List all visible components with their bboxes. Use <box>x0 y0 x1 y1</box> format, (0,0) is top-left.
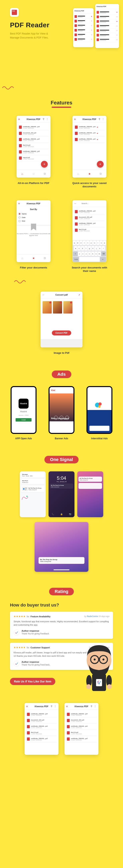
feature-caption: Filter your documents <box>20 266 47 270</box>
camera-icon[interactable]: 📷 <box>69 513 71 515</box>
search-input[interactable] <box>81 203 97 205</box>
author-badge-icon <box>14 630 20 636</box>
doc-row[interactable]: document_281.pdf1.2 MB • 10/01/2025 <box>74 215 105 221</box>
review-body: Simple, functional app that everyone nee… <box>14 620 109 626</box>
menu-icon[interactable]: ≡ <box>18 118 20 121</box>
home-icon[interactable]: ⌂ <box>17 254 28 262</box>
review-subject: Customer Support <box>30 646 50 649</box>
footer-shots: ≡Kiwenza PDF⚲ ⋮ certificate_058446...pdf… <box>0 697 123 771</box>
sort-option[interactable]: Date <box>19 216 49 219</box>
home-icon[interactable]: ⌂ <box>72 170 84 178</box>
svg-point-1 <box>98 402 102 406</box>
feature-phone-5: ←Convert pdf✓ Convert PDF <box>41 291 82 347</box>
install-button[interactable]: Install <box>16 418 32 422</box>
doc-row[interactable]: certificate_058446...pdf1.2 MB • 10/01/2… <box>74 124 105 130</box>
header-actions[interactable]: ⚲ ⋮ <box>43 118 49 120</box>
fab-add[interactable]: + <box>97 161 104 167</box>
svg-point-10 <box>94 658 96 660</box>
media-controls[interactable] <box>54 416 69 420</box>
bookmark-icon[interactable]: ☆ <box>28 170 39 178</box>
image-thumb[interactable] <box>53 301 62 313</box>
pdf-icon <box>19 132 22 135</box>
svg-point-11 <box>102 658 104 660</box>
screenshot-large: Kiwenza PDF ★ ☆ ★ ☆ ☆ ☆ ☆ <box>95 4 119 48</box>
rate-us-button[interactable]: Rate Us If You Like Our Item <box>10 678 55 685</box>
decor-squiggle <box>14 279 121 286</box>
doc-row[interactable]: certificate_058446...pdf1.2 MB • 10/01/2… <box>74 130 105 136</box>
star-icon: ★★★★★ <box>14 646 26 649</box>
pdf-icon <box>75 210 78 213</box>
review-user[interactable]: RadixCentre <box>87 615 98 617</box>
back-icon[interactable]: ← <box>74 202 77 205</box>
image-thumb[interactable] <box>43 301 52 313</box>
ad-caption: Interstitial Ads <box>91 437 108 440</box>
doc-row[interactable]: certificate_058446...pdf1.2 MB • 10/01/2… <box>74 209 105 215</box>
image-thumb[interactable] <box>63 301 72 313</box>
menu-icon[interactable]: ≡ <box>18 202 20 205</box>
pdf-icon <box>19 144 22 147</box>
hero-section: PDF Reader Best PDF Reader App for View … <box>0 0 123 96</box>
feature-phone-1: ≡Kiwenza PDF⚲ ⋮ certificate_058446...pdf… <box>17 116 51 178</box>
rating-section: Rating How do buyer trust us? ★★★★★ for … <box>0 584 123 697</box>
pdf-icon <box>75 138 78 141</box>
sort-option[interactable]: Name <box>19 212 49 216</box>
lock-date: Thu, January 30 <box>49 481 74 482</box>
header-actions[interactable]: ⚲ ⋮ <box>99 118 105 120</box>
bookmark-empty-icon <box>31 224 36 230</box>
svg-point-5 <box>26 496 28 497</box>
footer-phone-2: ≡Kiwenza PDF⚲ ⋮ certificate_058446...pdf… <box>65 703 98 755</box>
tools-icon[interactable]: ⚙ <box>39 254 51 262</box>
feature-phone-2: ≡Kiwenza PDF⚲ ⋮ certificate_058446...pdf… <box>72 116 106 178</box>
check-icon[interactable]: ✓ <box>78 293 81 296</box>
empty-text: No saved PDFs — bookmarked documents wil… <box>17 233 51 237</box>
notification[interactable]: Be The Prep Go GroupHello everyone! <box>50 484 73 489</box>
fab-add[interactable]: + <box>41 161 48 167</box>
doc-row[interactable]: certificate_058446...pdf1.2 MB • 10/01/2… <box>18 136 49 143</box>
os-homescreen-shot: Be The Prep Go GroupHello everyone! <box>34 522 89 572</box>
notification[interactable] <box>78 483 102 489</box>
menu-icon[interactable]: ≡ <box>74 118 76 121</box>
notification[interactable]: Be The Prep Go GroupHello everyone! <box>39 557 84 564</box>
lock-icon[interactable]: 🔒 <box>60 513 63 515</box>
doc-row[interactable]: certificate_058446...pdf1.2 MB • 10/01/2… <box>18 149 49 155</box>
lock-actions[interactable]: 📞🔒📷 <box>49 513 74 515</box>
bottom-nav[interactable]: ⌂★⚙ <box>72 169 106 178</box>
convert-button[interactable]: Convert PDF <box>52 331 71 336</box>
back-icon[interactable]: ← <box>42 293 45 297</box>
doc-row[interactable]: report.pdf1.2 MB • 10/01/2025 <box>18 155 49 161</box>
pdf-icon <box>19 150 22 153</box>
doc-row[interactable]: file123.pdf1.2 MB • 10/01/2025 <box>18 143 49 149</box>
doc-row[interactable]: file123.pdf1.2 MB • 10/01/2025 <box>74 227 105 233</box>
phone-icon[interactable]: 📞 <box>52 513 54 515</box>
os-dashboard-shot: MessagesPush · Email · SMS New PushAudie… <box>20 471 46 517</box>
bottom-nav[interactable]: ⌂★⚙ <box>17 254 51 262</box>
sort-option[interactable]: Size <box>19 219 49 223</box>
feature-phone-4: ← certificate_058446...pdf1.2 MB • 10/01… <box>72 200 106 262</box>
decor-art <box>21 495 29 501</box>
bottom-nav[interactable]: ⌂☆⚙ <box>17 169 51 178</box>
sort-title: Sort By <box>19 208 49 211</box>
author-response-body: Thank You for giving Feed beck. <box>22 664 50 666</box>
tools-icon[interactable]: ⚙ <box>39 170 51 178</box>
ads-heading: Ads <box>52 371 71 378</box>
home-icon[interactable]: ⌂ <box>17 170 28 178</box>
tagline: Best PDF Reader App for View & Manage Do… <box>10 32 52 39</box>
star-icon: ★★★★★ <box>14 615 26 618</box>
tools-icon[interactable]: ⚙ <box>95 170 106 178</box>
doc-row[interactable]: document_281.pdf1.2 MB • 10/01/2025 <box>18 130 49 136</box>
pdf-icon <box>19 156 22 160</box>
onesignal-section: One Signal MessagesPush · Email · SMS Ne… <box>0 452 123 584</box>
pdf-icon <box>75 228 78 232</box>
doc-row[interactable]: certificate_058446...pdf1.2 MB • 10/01/2… <box>18 124 49 130</box>
app-icon <box>10 8 19 17</box>
keyboard[interactable]: qwertyuiop asdfghjkl ⇧zxcvbnm⌫ ?123↵ <box>72 240 106 262</box>
footer-phone-1: ≡Kiwenza PDF⚲ ⋮ certificate_058446...pdf… <box>25 703 58 755</box>
review-card: ★★★★★ for Feature Availability by RadixC… <box>10 612 113 639</box>
ads-section: Ads Flood-It! Flood-It! ★★★★☆ FREE Insta… <box>0 367 123 452</box>
doc-row[interactable]: certificate_058446...pdf1.2 MB • 10/01/2… <box>74 221 105 227</box>
doc-row[interactable]: certificate_058446...pdf1.2 MB • 10/01/2… <box>74 136 105 143</box>
notification[interactable]: Be The Prep Go GroupHello everyone! <box>78 476 102 482</box>
onesignal-heading: One Signal <box>45 456 79 463</box>
bookmark-icon[interactable]: ★ <box>84 170 95 178</box>
bookmark-icon[interactable]: ★ <box>28 254 39 262</box>
